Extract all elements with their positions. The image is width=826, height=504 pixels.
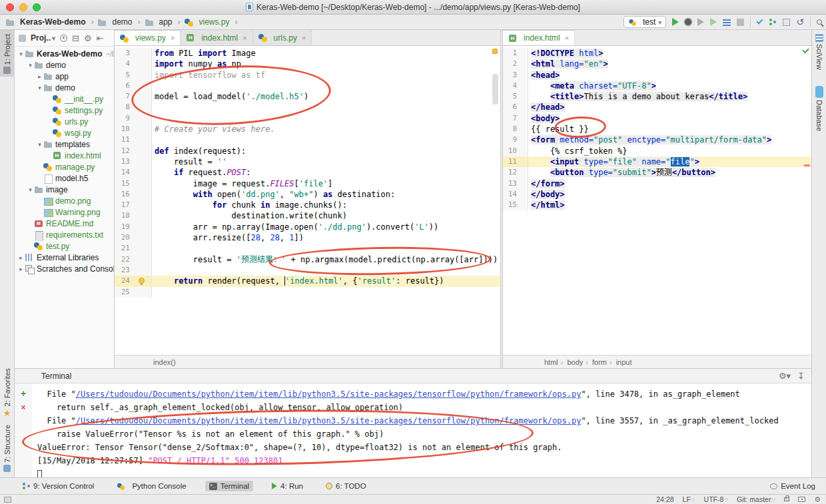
code-line[interactable]: 6 — [115, 81, 500, 91]
code-line[interactable]: 14 if request.POST: — [115, 167, 500, 178]
chevron-right-icon[interactable]: ▸ — [17, 254, 25, 261]
breadcrumb-form[interactable]: form — [584, 358, 608, 366]
tree-item-demo-png[interactable]: demo.png — [15, 195, 114, 206]
code-line[interactable]: 4import numpy as np — [115, 59, 500, 69]
scrollbar-thumb[interactable] — [492, 74, 498, 105]
line-number[interactable]: 4 — [503, 81, 522, 91]
line-number[interactable]: 14 — [503, 189, 522, 200]
code-line[interactable]: 11 <input type="file" name="file"> — [503, 156, 811, 167]
tree-item-demo[interactable]: ▾demo — [15, 59, 114, 71]
code-line[interactable]: 25 — [115, 287, 500, 298]
line-number[interactable]: 13 — [503, 178, 522, 189]
close-icon[interactable]: × — [302, 34, 306, 42]
breadcrumb-body[interactable]: body — [560, 358, 585, 366]
tree-item-keras-web-demo[interactable]: ▾Keras-Web-demo~/D — [15, 48, 114, 59]
chevron-down-icon[interactable]: ▾ — [36, 141, 43, 148]
chevron-down-icon[interactable]: ▾ — [17, 51, 25, 57]
tree-item-urls-py[interactable]: urls.py — [15, 116, 114, 127]
stop-button[interactable] — [737, 19, 744, 26]
code-line[interactable]: 13</form> — [503, 178, 811, 189]
tree-item-requirements-txt[interactable]: requirements.txt — [15, 229, 114, 240]
code-line[interactable]: 9<form method="post" enctype="multipart/… — [503, 134, 811, 145]
line-number[interactable]: 24 — [115, 276, 135, 286]
line-number[interactable]: 10 — [503, 146, 522, 156]
code-editor[interactable]: 3from PIL import Image4import numpy as n… — [115, 46, 500, 355]
code-line[interactable]: 24 return render(request, 'index.html', … — [115, 276, 500, 286]
code-line[interactable]: 9 — [115, 113, 500, 124]
collapse-all-icon[interactable]: ⊟ — [72, 34, 79, 43]
breadcrumb-html[interactable]: html — [543, 358, 560, 366]
tree-item-image[interactable]: ▾image — [15, 184, 114, 195]
git-branch-selector[interactable]: Git: master∵ — [737, 495, 775, 503]
tree-item-settings-py[interactable]: settings.py — [15, 105, 114, 116]
line-number[interactable]: 20 — [115, 232, 135, 243]
todo-stripe-mark[interactable] — [492, 49, 498, 54]
code-editor[interactable]: 1<!DOCTYPE html>2<html lang="en">3<head>… — [503, 46, 811, 355]
line-number[interactable]: 10 — [115, 124, 135, 134]
debug-button[interactable] — [685, 19, 691, 25]
intention-bulb-icon[interactable] — [139, 278, 145, 284]
chevron-down-icon[interactable]: ▾ — [36, 85, 43, 91]
code-line[interactable]: 13 result = '' — [115, 156, 500, 167]
code-line[interactable]: 3<head> — [503, 70, 811, 81]
code-line[interactable]: 21 — [115, 243, 500, 254]
line-number[interactable]: 23 — [115, 265, 135, 276]
search-everywhere-icon[interactable] — [817, 19, 822, 25]
diff-icon[interactable] — [783, 19, 790, 26]
tree-item-index-html[interactable]: index.html — [15, 150, 114, 161]
tree-item-model-h5[interactable]: model.h5 — [15, 172, 114, 184]
tree-item-demo[interactable]: ▾demo — [15, 82, 114, 93]
line-number[interactable]: 6 — [115, 81, 135, 91]
breadcrumb-project[interactable]: Keras-Web-demo — [4, 17, 95, 27]
inspection-profile-icon[interactable] — [798, 497, 805, 502]
tool-button-structure[interactable]: 7: Structure — [3, 421, 11, 475]
terminal-output[interactable]: File "/Users/tudoudou/Documents/python/i… — [32, 383, 811, 477]
tree-item-manage-py[interactable]: manage.py — [15, 161, 114, 172]
code-line[interactable]: 15</html> — [503, 200, 811, 210]
code-line[interactable]: 17 for chunk in image.chunks(): — [115, 200, 500, 210]
line-number[interactable]: 7 — [115, 91, 135, 102]
gear-icon[interactable]: ⚙▾ — [779, 372, 791, 380]
line-number[interactable]: 1 — [503, 48, 522, 59]
run-button[interactable] — [672, 18, 679, 26]
run-configuration-selector[interactable]: test — [623, 16, 666, 28]
project-view-selector[interactable]: Proj.. — [31, 33, 55, 43]
chevron-down-icon[interactable]: ▾ — [27, 186, 34, 193]
tree-item-test-py[interactable]: test.py — [15, 240, 114, 252]
line-number[interactable]: 9 — [115, 113, 135, 124]
line-number[interactable]: 15 — [503, 200, 522, 210]
vcs-branch-icon[interactable] — [769, 18, 777, 26]
code-line[interactable]: 15 image = request.FILES['file'] — [115, 178, 500, 189]
code-line[interactable]: 14</body> — [503, 189, 811, 200]
code-line[interactable]: 10 {% csrf_token %} — [503, 146, 811, 156]
gear-icon[interactable]: ⚙ — [814, 496, 821, 503]
code-line[interactable]: 5import tensorflow as tf — [115, 70, 500, 81]
code-line[interactable]: 19 arr = np.array(Image.open('./dd.png')… — [115, 222, 500, 232]
line-number[interactable]: 3 — [503, 70, 522, 81]
breadcrumb-app[interactable]: app — [143, 17, 182, 27]
tool-button-sciview[interactable]: SciView — [815, 30, 823, 73]
line-number[interactable]: 16 — [115, 189, 135, 200]
code-line[interactable]: 4 <meta charset="UTF-8"> — [503, 81, 811, 91]
line-number[interactable]: 6 — [503, 102, 522, 113]
commit-check-icon[interactable] — [757, 18, 763, 25]
code-line[interactable]: 22 result = '预测结果：' + np.argmax(model.pr… — [115, 254, 500, 265]
caret-position[interactable]: 24:28 — [656, 495, 673, 503]
new-session-icon[interactable]: + — [21, 389, 26, 398]
code-line[interactable]: 8{{ result }} — [503, 124, 811, 134]
line-number[interactable]: 11 — [503, 156, 522, 167]
run-with-coverage-button[interactable] — [710, 18, 717, 26]
toolwindow-toggle-icon[interactable] — [4, 497, 11, 503]
code-line[interactable]: 5 <title>This is a demo about keras</tit… — [503, 91, 811, 102]
code-line[interactable]: 8 — [115, 102, 500, 113]
line-number[interactable]: 13 — [115, 156, 135, 167]
code-line[interactable]: 3from PIL import Image — [115, 48, 500, 59]
line-number[interactable]: 11 — [115, 134, 135, 145]
line-number[interactable]: 22 — [115, 254, 135, 265]
tab-urls-py[interactable]: urls.py× — [253, 30, 312, 45]
toolwindow-todo[interactable]: 6: TODO — [322, 481, 370, 491]
locate-file-icon[interactable] — [60, 35, 67, 42]
breadcrumb-views-py[interactable]: views.py — [183, 17, 239, 27]
line-number[interactable]: 21 — [115, 243, 135, 254]
tree-item-templates[interactable]: ▾templates — [15, 138, 114, 150]
